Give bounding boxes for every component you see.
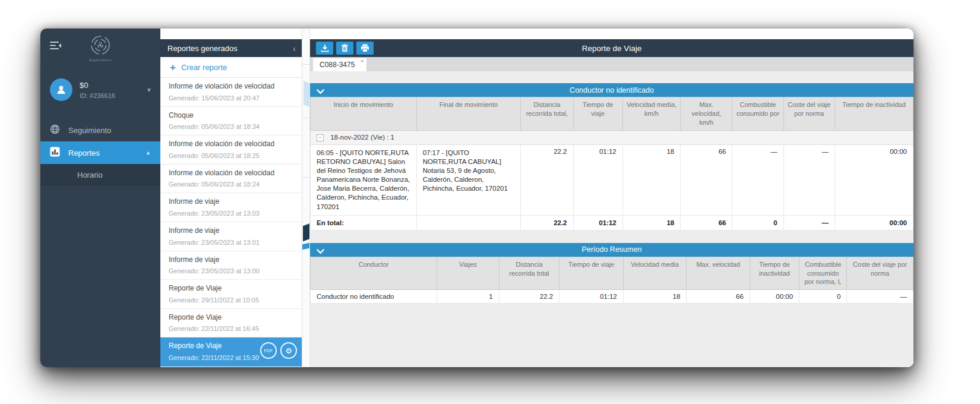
conductor-cell: Conductor no identificado <box>311 290 437 304</box>
summary-value-cell: 22.2 <box>499 290 559 304</box>
sidebar-item-label: Reportes <box>68 149 100 157</box>
report-list-item[interactable]: Informe de violación de velocidadGenerad… <box>160 165 302 194</box>
summary-value-cell: 1 <box>437 290 500 304</box>
column-header: Tiempo de viaje <box>559 257 624 290</box>
report-item-generated: Generado: 23/05/2023 at 13:03 <box>169 210 295 217</box>
user-menu[interactable]: $0 ID: #236616 ▼ <box>40 71 160 109</box>
column-header: Max. velocidad, km/h <box>681 97 732 131</box>
tab-label: C088-3475 <box>320 61 355 69</box>
report-list-item[interactable]: Reporte de ViajeGenerado: 22/11/2022 at … <box>160 309 302 338</box>
report-item-title: Reporte de Viaje <box>169 284 295 293</box>
report-settings-button[interactable]: ⚙ <box>280 342 297 359</box>
column-header: Tiempo de viaje <box>573 97 622 131</box>
report-item-generated: Generado: 05/06/2023 at 18:25 <box>169 152 295 159</box>
report-list-item[interactable]: Reporte de ViajeGenerado: 29/11/2022 at … <box>160 280 302 309</box>
plus-icon: + <box>170 62 176 72</box>
column-header: Conductor <box>311 257 437 290</box>
report-list-item[interactable]: Informe de viajeGenerado: 23/05/2023 at … <box>160 193 302 222</box>
user-meta: $0 ID: #236616 <box>80 81 115 99</box>
bar-chart-icon <box>50 147 60 159</box>
pdf-export-button[interactable]: PDF <box>260 342 277 359</box>
collapse-group-icon[interactable]: − <box>317 134 324 141</box>
report-list-item[interactable]: Reporte de ViajeGenerado: 22/11/2022 at … <box>160 337 302 367</box>
create-report-button[interactable]: + Crear reporte <box>160 57 302 78</box>
column-header: Max. velocidad <box>687 257 750 290</box>
column-header: Combustible consumido por <box>732 97 783 131</box>
trip-row[interactable]: 06:05 - [QUITO NORTE,RUTA RETORNO CABUYA… <box>311 144 913 215</box>
report-list-item[interactable]: Informe de viajeGenerado: 23/05/2023 at … <box>160 251 302 280</box>
column-header: Tiempo de inactividad <box>834 97 913 131</box>
print-button[interactable] <box>356 42 374 55</box>
column-header: Combustible consumido por norma, L <box>799 257 847 290</box>
conductor-section-header: Conductor no identificado <box>310 83 913 97</box>
report-item-title: Informe de violación de velocidad <box>169 169 295 178</box>
delete-button[interactable] <box>336 42 353 55</box>
report-item-actions: PDF⚙ <box>260 342 297 359</box>
chevron-up-icon[interactable]: ▲ <box>146 150 151 156</box>
trip-value-cell: 22.2 <box>521 144 573 215</box>
report-item-title: Informe de viaje <box>169 197 295 207</box>
report-item-title: Informe de viaje <box>169 226 295 236</box>
total-row: En total:22.201:1218660—00:00 <box>311 215 913 230</box>
report-list: Informe de violación de velocidadGenerad… <box>160 78 302 367</box>
sidebar-item-horario[interactable]: Horario <box>40 164 160 186</box>
column-header: Coste del viaje por norma <box>783 97 834 131</box>
trip-value-cell: 66 <box>681 144 732 215</box>
tab-bar: C088-3475 × <box>310 57 913 71</box>
report-list-item[interactable]: Informe de viajeGenerado: 23/05/2023 at … <box>160 222 302 251</box>
report-list-item[interactable]: Informe de violación de velocidadGenerad… <box>160 135 302 165</box>
tab-close-icon[interactable]: × <box>361 58 363 64</box>
sidebar-top: algoritmun <box>40 29 160 71</box>
column-header: Viajes <box>437 257 500 290</box>
report-header-bar: Reporte de Viaje <box>310 39 913 57</box>
conductor-table: Inicio de movimientoFinal de movimientoD… <box>310 97 913 231</box>
sidebar-item-label: Seguimiento <box>68 126 111 135</box>
column-header: Coste del viaje por norma <box>847 257 913 290</box>
download-button[interactable] <box>316 42 333 55</box>
panel-collapse-icon[interactable]: ‹ <box>293 44 296 53</box>
conductor-section: Conductor no identificado Inicio de movi… <box>310 83 913 231</box>
column-header: Distancia recorrida total, <box>521 97 573 131</box>
user-id: ID: #236616 <box>80 92 115 99</box>
chevron-down-icon[interactable] <box>317 86 324 97</box>
total-label-cell: En total: <box>311 215 417 230</box>
section-title: Conductor no identificado <box>310 86 913 94</box>
report-item-title: Informe de violación de velocidad <box>169 140 295 149</box>
reports-panel: Reportes generados ‹ + Crear reporte Inf… <box>160 29 302 367</box>
report-item-title: Informe de violación de velocidad <box>169 82 295 91</box>
report-list-item[interactable]: ChoqueGenerado: 05/06/2023 at 18:34 <box>160 107 302 136</box>
trip-value-cell: — <box>783 144 834 215</box>
report-item-title: Choque <box>169 111 295 121</box>
chevron-down-icon[interactable]: ▼ <box>146 87 152 93</box>
report-list-item[interactable]: Informe de violación de velocidadGenerad… <box>160 78 302 107</box>
app-logo: algoritmun <box>40 33 160 62</box>
date-group-cell: − 18-nov-2022 (Vie) : 1 <box>311 130 913 144</box>
table-header-row: ConductorViajesDistancia recorrida total… <box>311 257 913 290</box>
report-item-generated: Generado: 23/05/2023 at 13:01 <box>169 239 295 246</box>
report-item-generated: Generado: 15/06/2023 at 20:47 <box>169 94 295 102</box>
sidebar-item-seguimiento[interactable]: Seguimiento <box>40 119 160 141</box>
user-balance: $0 <box>80 81 115 90</box>
section-title: Período Resumen <box>310 245 913 254</box>
resumen-section-header: Período Resumen <box>310 243 913 257</box>
summary-value-cell: 00:00 <box>750 290 799 304</box>
tab-c088-3475[interactable]: C088-3475 × <box>313 58 366 71</box>
sidebar-item-reportes[interactable]: Reportes ▲ <box>40 141 160 164</box>
summary-value-cell: 18 <box>623 290 687 304</box>
map-shape <box>302 243 309 250</box>
report-item-generated: Generado: 29/11/2022 at 10:05 <box>169 296 295 304</box>
total-value-cell: — <box>783 215 834 230</box>
chevron-down-icon[interactable] <box>317 246 324 257</box>
reports-panel-header: Reportes generados ‹ <box>160 39 302 57</box>
summary-value-cell: 01:12 <box>559 290 624 304</box>
column-header: Velocidad media <box>623 257 687 290</box>
sidebar-nav: Seguimiento Reportes ▲ Horario <box>40 119 160 186</box>
column-header: Tiempo de inactividad <box>750 257 799 290</box>
date-group-row[interactable]: − 18-nov-2022 (Vie) : 1 <box>311 130 913 144</box>
resumen-section: Período Resumen ConductorViajesDistancia… <box>310 243 913 304</box>
report-toolbar <box>316 42 374 55</box>
print-icon <box>361 44 369 52</box>
total-value-cell: 66 <box>681 215 732 230</box>
sidebar-subitem-label: Horario <box>77 171 103 179</box>
summary-row[interactable]: Conductor no identificado122.201:1218660… <box>311 290 913 304</box>
